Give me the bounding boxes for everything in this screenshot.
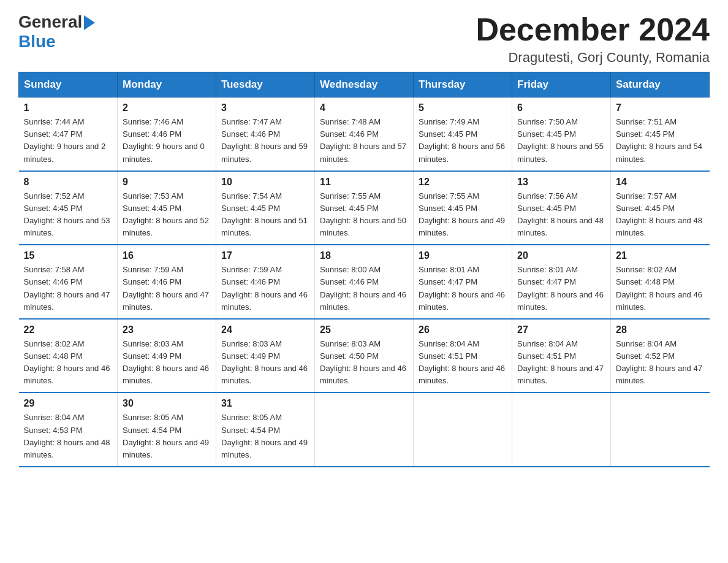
day-info: Sunrise: 7:56 AMSunset: 4:45 PMDaylight:…	[517, 191, 604, 237]
day-number: 23	[123, 324, 211, 335]
day-number: 28	[616, 324, 705, 335]
calendar-cell: 11 Sunrise: 7:55 AMSunset: 4:45 PMDaylig…	[315, 171, 414, 245]
day-info: Sunrise: 8:03 AMSunset: 4:49 PMDaylight:…	[123, 339, 209, 385]
day-info: Sunrise: 7:55 AMSunset: 4:45 PMDaylight:…	[320, 191, 406, 237]
column-header-sunday: Sunday	[19, 72, 118, 98]
day-info: Sunrise: 8:01 AMSunset: 4:47 PMDaylight:…	[517, 265, 604, 311]
calendar-cell: 5 Sunrise: 7:49 AMSunset: 4:45 PMDayligh…	[414, 98, 512, 171]
day-info: Sunrise: 8:04 AMSunset: 4:51 PMDaylight:…	[419, 339, 505, 385]
day-number: 31	[221, 398, 309, 409]
day-info: Sunrise: 8:02 AMSunset: 4:48 PMDaylight:…	[616, 265, 702, 311]
day-number: 18	[320, 250, 408, 261]
day-info: Sunrise: 7:58 AMSunset: 4:46 PMDaylight:…	[24, 265, 110, 311]
day-info: Sunrise: 8:05 AMSunset: 4:54 PMDaylight:…	[123, 413, 209, 459]
day-number: 20	[517, 250, 605, 261]
day-info: Sunrise: 7:59 AMSunset: 4:46 PMDaylight:…	[221, 265, 308, 311]
month-title: December 2024	[476, 12, 710, 47]
calendar-week-row: 1 Sunrise: 7:44 AMSunset: 4:47 PMDayligh…	[19, 98, 710, 171]
calendar-cell: 22 Sunrise: 8:02 AMSunset: 4:48 PMDaylig…	[19, 319, 118, 393]
day-info: Sunrise: 8:04 AMSunset: 4:53 PMDaylight:…	[24, 413, 110, 459]
column-header-thursday: Thursday	[414, 72, 512, 98]
day-number: 26	[419, 324, 507, 335]
day-info: Sunrise: 7:50 AMSunset: 4:45 PMDaylight:…	[517, 117, 604, 163]
day-info: Sunrise: 7:52 AMSunset: 4:45 PMDaylight:…	[24, 191, 110, 237]
day-number: 22	[24, 324, 113, 335]
calendar-cell: 9 Sunrise: 7:53 AMSunset: 4:45 PMDayligh…	[118, 171, 216, 245]
calendar-cell: 24 Sunrise: 8:03 AMSunset: 4:49 PMDaylig…	[216, 319, 315, 393]
day-number: 6	[517, 102, 605, 113]
day-number: 29	[24, 398, 113, 409]
calendar-table: SundayMondayTuesdayWednesdayThursdayFrid…	[18, 72, 710, 467]
calendar-cell: 20 Sunrise: 8:01 AMSunset: 4:47 PMDaylig…	[512, 245, 611, 319]
calendar-cell: 2 Sunrise: 7:46 AMSunset: 4:46 PMDayligh…	[118, 98, 216, 171]
day-number: 8	[24, 177, 113, 188]
calendar-cell: 17 Sunrise: 7:59 AMSunset: 4:46 PMDaylig…	[216, 245, 315, 319]
calendar-cell: 1 Sunrise: 7:44 AMSunset: 4:47 PMDayligh…	[19, 98, 118, 171]
day-number: 15	[24, 250, 113, 261]
day-info: Sunrise: 8:01 AMSunset: 4:47 PMDaylight:…	[419, 265, 505, 311]
calendar-cell: 27 Sunrise: 8:04 AMSunset: 4:51 PMDaylig…	[512, 319, 611, 393]
calendar-cell: 3 Sunrise: 7:47 AMSunset: 4:46 PMDayligh…	[216, 98, 315, 171]
calendar-cell: 25 Sunrise: 8:03 AMSunset: 4:50 PMDaylig…	[315, 319, 414, 393]
calendar-cell: 19 Sunrise: 8:01 AMSunset: 4:47 PMDaylig…	[414, 245, 512, 319]
day-info: Sunrise: 8:04 AMSunset: 4:52 PMDaylight:…	[616, 339, 702, 385]
calendar-cell: 14 Sunrise: 7:57 AMSunset: 4:45 PMDaylig…	[611, 171, 710, 245]
calendar-cell	[611, 393, 710, 467]
day-number: 21	[616, 250, 705, 261]
calendar-week-row: 29 Sunrise: 8:04 AMSunset: 4:53 PMDaylig…	[19, 393, 710, 467]
day-info: Sunrise: 8:02 AMSunset: 4:48 PMDaylight:…	[24, 339, 110, 385]
page-header: General Blue December 2024 Dragutesti, G…	[18, 12, 710, 66]
logo-blue: Blue	[18, 32, 56, 51]
column-header-saturday: Saturday	[611, 72, 710, 98]
day-number: 19	[419, 250, 507, 261]
calendar-cell: 29 Sunrise: 8:04 AMSunset: 4:53 PMDaylig…	[19, 393, 118, 467]
day-number: 16	[123, 250, 211, 261]
calendar-cell: 15 Sunrise: 7:58 AMSunset: 4:46 PMDaylig…	[19, 245, 118, 319]
day-number: 2	[123, 102, 211, 113]
day-number: 30	[123, 398, 211, 409]
day-number: 3	[221, 102, 309, 113]
day-number: 5	[419, 102, 507, 113]
day-number: 11	[320, 177, 408, 188]
logo-general: General	[18, 12, 82, 32]
calendar-cell	[512, 393, 611, 467]
calendar-cell: 31 Sunrise: 8:05 AMSunset: 4:54 PMDaylig…	[216, 393, 315, 467]
calendar-cell: 16 Sunrise: 7:59 AMSunset: 4:46 PMDaylig…	[118, 245, 216, 319]
column-header-friday: Friday	[512, 72, 611, 98]
calendar-week-row: 15 Sunrise: 7:58 AMSunset: 4:46 PMDaylig…	[19, 245, 710, 319]
calendar-cell: 26 Sunrise: 8:04 AMSunset: 4:51 PMDaylig…	[414, 319, 512, 393]
day-info: Sunrise: 8:04 AMSunset: 4:51 PMDaylight:…	[517, 339, 604, 385]
logo-arrow-icon	[84, 15, 95, 30]
calendar-cell: 18 Sunrise: 8:00 AMSunset: 4:46 PMDaylig…	[315, 245, 414, 319]
day-info: Sunrise: 7:51 AMSunset: 4:45 PMDaylight:…	[616, 117, 702, 163]
day-info: Sunrise: 7:46 AMSunset: 4:46 PMDaylight:…	[123, 117, 205, 163]
day-info: Sunrise: 7:53 AMSunset: 4:45 PMDaylight:…	[123, 191, 209, 237]
day-info: Sunrise: 7:57 AMSunset: 4:45 PMDaylight:…	[616, 191, 702, 237]
calendar-cell: 28 Sunrise: 8:04 AMSunset: 4:52 PMDaylig…	[611, 319, 710, 393]
calendar-cell: 30 Sunrise: 8:05 AMSunset: 4:54 PMDaylig…	[118, 393, 216, 467]
day-info: Sunrise: 7:44 AMSunset: 4:47 PMDaylight:…	[24, 117, 106, 163]
day-info: Sunrise: 8:03 AMSunset: 4:50 PMDaylight:…	[320, 339, 406, 385]
day-number: 14	[616, 177, 705, 188]
calendar-cell	[315, 393, 414, 467]
calendar-cell: 4 Sunrise: 7:48 AMSunset: 4:46 PMDayligh…	[315, 98, 414, 171]
calendar-cell	[414, 393, 512, 467]
day-info: Sunrise: 7:54 AMSunset: 4:45 PMDaylight:…	[221, 191, 308, 237]
logo: General Blue	[18, 12, 95, 52]
calendar-header-row: SundayMondayTuesdayWednesdayThursdayFrid…	[19, 72, 710, 98]
day-number: 24	[221, 324, 309, 335]
column-header-tuesday: Tuesday	[216, 72, 315, 98]
calendar-cell: 10 Sunrise: 7:54 AMSunset: 4:45 PMDaylig…	[216, 171, 315, 245]
calendar-cell: 13 Sunrise: 7:56 AMSunset: 4:45 PMDaylig…	[512, 171, 611, 245]
day-number: 17	[221, 250, 309, 261]
day-number: 9	[123, 177, 211, 188]
day-number: 12	[419, 177, 507, 188]
day-info: Sunrise: 8:03 AMSunset: 4:49 PMDaylight:…	[221, 339, 308, 385]
calendar-cell: 6 Sunrise: 7:50 AMSunset: 4:45 PMDayligh…	[512, 98, 611, 171]
column-header-monday: Monday	[118, 72, 216, 98]
calendar-week-row: 22 Sunrise: 8:02 AMSunset: 4:48 PMDaylig…	[19, 319, 710, 393]
calendar-cell: 7 Sunrise: 7:51 AMSunset: 4:45 PMDayligh…	[611, 98, 710, 171]
day-info: Sunrise: 8:05 AMSunset: 4:54 PMDaylight:…	[221, 413, 308, 459]
day-number: 27	[517, 324, 605, 335]
title-block: December 2024 Dragutesti, Gorj County, R…	[476, 12, 710, 66]
